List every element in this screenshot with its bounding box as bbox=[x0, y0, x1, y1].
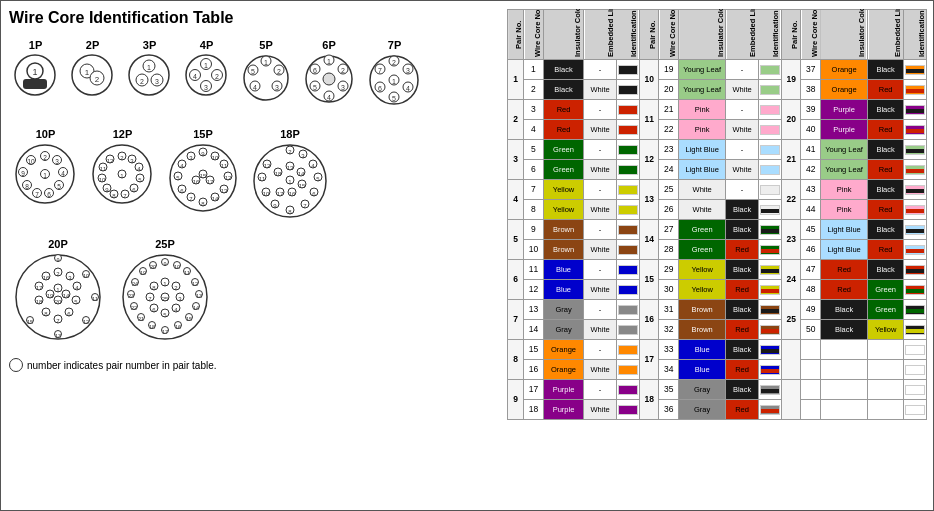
pair-number-cell-2: 16 bbox=[639, 300, 659, 340]
svg-text:20: 20 bbox=[150, 264, 156, 270]
wire-no-cell-2: 26 bbox=[659, 200, 679, 220]
wire-no-cell-3 bbox=[801, 380, 821, 400]
wire-no-cell: 15 bbox=[524, 340, 544, 360]
svg-text:14: 14 bbox=[298, 171, 305, 177]
main-container: Wire Core Identification Table 1P 1 2P bbox=[1, 1, 934, 511]
wire-svg-5p: 1 2 3 4 5 bbox=[241, 53, 291, 103]
wire-no-cell-2: 28 bbox=[659, 240, 679, 260]
svg-text:8: 8 bbox=[25, 183, 29, 190]
wire-svg-4p: 1 2 3 4 bbox=[184, 53, 229, 98]
wire-no-cell-3: 37 bbox=[801, 60, 821, 80]
svg-rect-1 bbox=[23, 79, 47, 89]
svg-text:19: 19 bbox=[47, 293, 54, 299]
svg-text:6: 6 bbox=[378, 85, 382, 92]
svg-text:5: 5 bbox=[251, 68, 255, 75]
pair-number-cell-2: 13 bbox=[639, 180, 659, 220]
svg-text:2: 2 bbox=[215, 73, 219, 80]
svg-text:2: 2 bbox=[140, 78, 144, 85]
wire-svg-7p: 1 2 3 4 5 6 7 bbox=[367, 53, 422, 108]
svg-text:18: 18 bbox=[36, 299, 43, 305]
svg-text:1: 1 bbox=[85, 68, 90, 77]
table-row: 18PurpleWhite36GrayRed bbox=[508, 400, 927, 420]
table-row: 59Brown-1427GreenBlack2345Light BlueBlac… bbox=[508, 220, 927, 240]
table-row: 35Green-1223Light Blue-2141Young LeafBla… bbox=[508, 140, 927, 160]
page-title: Wire Core Identification Table bbox=[9, 9, 499, 27]
svg-text:2: 2 bbox=[341, 67, 345, 74]
wire-no-cell-3: 44 bbox=[801, 200, 821, 220]
svg-text:12: 12 bbox=[83, 319, 89, 325]
pair-number-cell-2: 11 bbox=[639, 100, 659, 140]
table-row: 23Red-1121Pink-2039PurpleBlack bbox=[508, 100, 927, 120]
svg-text:23: 23 bbox=[128, 293, 134, 299]
svg-text:2: 2 bbox=[277, 68, 281, 75]
svg-text:11: 11 bbox=[100, 166, 107, 172]
wire-no-cell: 1 bbox=[524, 60, 544, 80]
svg-text:12: 12 bbox=[225, 175, 232, 181]
diagram-5p: 5P 1 2 3 4 5 bbox=[241, 39, 291, 103]
pair-number-cell-2: 10 bbox=[639, 60, 659, 100]
svg-text:3: 3 bbox=[204, 84, 208, 91]
svg-text:1: 1 bbox=[32, 67, 37, 77]
svg-text:1: 1 bbox=[264, 59, 268, 66]
right-panel: Pair No. Wire Core No. Insulator Color E… bbox=[507, 9, 927, 504]
pair-number-cell: 6 bbox=[508, 260, 524, 300]
svg-text:17: 17 bbox=[277, 191, 284, 197]
wire-no-cell: 18 bbox=[524, 400, 544, 420]
wire-no-cell-3: 38 bbox=[801, 80, 821, 100]
pair-number-cell-3 bbox=[781, 340, 801, 380]
wire-no-cell-3: 40 bbox=[801, 120, 821, 140]
pair-number-cell-2: 17 bbox=[639, 340, 659, 380]
svg-text:10: 10 bbox=[263, 191, 270, 197]
svg-text:1: 1 bbox=[327, 58, 331, 65]
wire-svg-18p: 13 14 15 16 17 18 1 2 bbox=[251, 142, 329, 220]
diagram-25p: 25P 25 1 2 3 4 5 bbox=[115, 238, 215, 342]
wire-no-cell: 16 bbox=[524, 360, 544, 380]
pair-number-cell-3: 22 bbox=[781, 180, 801, 220]
wire-no-cell-2: 32 bbox=[659, 320, 679, 340]
pair-number-cell: 3 bbox=[508, 140, 524, 180]
table-row: 47Yellow-1325White-2243PinkBlack bbox=[508, 180, 927, 200]
svg-text:4: 4 bbox=[406, 85, 410, 92]
diagram-10p: 10P 1 2 3 4 5 6 bbox=[13, 128, 78, 207]
table-row: 16OrangeWhite34BlueRed bbox=[508, 360, 927, 380]
svg-text:4: 4 bbox=[327, 94, 331, 101]
svg-text:21: 21 bbox=[138, 316, 144, 322]
note-circle-icon bbox=[9, 358, 23, 372]
wire-no-cell-2: 35 bbox=[659, 380, 679, 400]
wire-no-cell-2: 29 bbox=[659, 260, 679, 280]
wire-no-cell: 11 bbox=[524, 260, 544, 280]
diagram-15p: 15P 15 16 17 9 10 11 bbox=[167, 128, 239, 214]
svg-text:3: 3 bbox=[55, 158, 59, 165]
svg-text:11: 11 bbox=[259, 176, 266, 182]
wire-no-cell-3 bbox=[801, 360, 821, 380]
col-ins-color-3: Insulator Color bbox=[820, 10, 867, 60]
svg-text:9: 9 bbox=[21, 170, 25, 177]
svg-text:9: 9 bbox=[163, 261, 166, 267]
svg-text:13: 13 bbox=[221, 188, 228, 194]
svg-text:14: 14 bbox=[193, 305, 199, 311]
wire-no-cell-3: 50 bbox=[801, 320, 821, 340]
table-row: 4RedWhite22PinkWhite40PurpleRed bbox=[508, 120, 927, 140]
wire-no-cell-2: 21 bbox=[659, 100, 679, 120]
svg-text:13: 13 bbox=[196, 293, 202, 299]
svg-text:3: 3 bbox=[341, 84, 345, 91]
wire-no-cell-2: 36 bbox=[659, 400, 679, 420]
diagram-note: number indicates pair number in pair tab… bbox=[9, 358, 499, 372]
wire-svg-25p: 25 1 2 3 4 5 6 7 8 bbox=[115, 252, 215, 342]
pair-number-cell-2: 14 bbox=[639, 220, 659, 260]
col-line-color: Embedded Line Color bbox=[584, 10, 617, 60]
identification-table: Pair No. Wire Core No. Insulator Color E… bbox=[507, 9, 927, 420]
diagram-7p: 7P 1 2 3 4 5 6 7 bbox=[367, 39, 422, 108]
svg-text:3: 3 bbox=[406, 67, 410, 74]
pair-number-cell-3: 19 bbox=[781, 60, 801, 100]
table-row: 6GreenWhite24Light BlueWhite42Young Leaf… bbox=[508, 160, 927, 180]
wire-no-cell-2: 34 bbox=[659, 360, 679, 380]
pair-number-cell: 4 bbox=[508, 180, 524, 220]
svg-text:16: 16 bbox=[43, 275, 50, 281]
wire-svg-2p: 1 2 bbox=[70, 53, 115, 98]
diagram-3p: 3P 1 2 3 bbox=[127, 39, 172, 98]
wire-no-cell-3 bbox=[801, 340, 821, 360]
svg-text:4: 4 bbox=[61, 170, 65, 177]
col-line-color-3: Embedded Line Color bbox=[868, 10, 904, 60]
svg-text:4: 4 bbox=[193, 73, 197, 80]
